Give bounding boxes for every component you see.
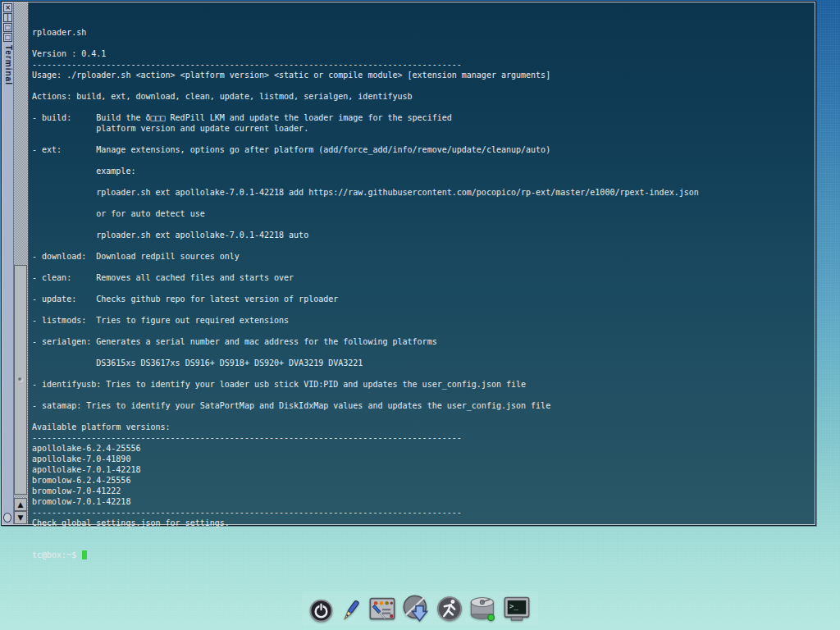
terminal-line xyxy=(32,262,699,272)
terminal-line: rploader.sh ext apollolake-7.0.1-42218 a… xyxy=(32,230,699,240)
terminal-line: - listmods: Tries to figure out required… xyxy=(32,315,699,326)
terminal-line: - ext: Manage extensions, options go aft… xyxy=(32,144,699,155)
terminal-line: Version : 0.4.1 xyxy=(32,48,699,59)
terminal-line xyxy=(32,176,699,187)
terminal-line: bromolow-7.0-41222 xyxy=(32,486,699,496)
scrollbar-thumb-dimple xyxy=(18,377,23,382)
terminal-line xyxy=(32,390,699,400)
app-browser-icon[interactable] xyxy=(401,594,431,623)
terminal-window: × | □ □ Terminal ▲ ▼ rploader xyxy=(1,1,816,526)
terminal-line xyxy=(32,347,699,358)
terminal-line xyxy=(32,102,699,112)
window-titlebar[interactable]: × | □ □ Terminal xyxy=(2,2,14,524)
close-button[interactable]: × xyxy=(3,3,12,12)
terminal-line: apollolake-7.0.1-42218 xyxy=(32,464,699,475)
terminal-line xyxy=(32,326,699,336)
maximize-button[interactable]: □ xyxy=(3,23,12,32)
terminal-line xyxy=(32,240,699,251)
terminal-output: rploader.sh Version : 0.4.1-------------… xyxy=(32,27,699,528)
terminal-line xyxy=(32,155,699,166)
terminal-line: rploader.sh ext apollolake-7.0.1-42218 a… xyxy=(32,187,699,198)
terminal-line: - identifyusb: Tries to identify your lo… xyxy=(32,379,699,390)
scroll-up-button[interactable]: ▲ xyxy=(14,498,27,511)
mount-tool-icon[interactable] xyxy=(468,594,498,623)
titlebar-oval-button[interactable] xyxy=(3,513,11,523)
terminal-line: - build: Build the ð□□□ RedPill LKM and … xyxy=(32,112,699,123)
terminal-line: Actions: build, ext, download, clean, up… xyxy=(32,91,699,102)
terminal-line xyxy=(32,283,699,294)
terminal-line: ----------------------------------------… xyxy=(32,59,699,70)
terminal-line xyxy=(32,134,699,144)
shell-prompt-row: tc@box:~$ xyxy=(32,550,699,560)
terminal-line: bromolow-6.2.4-25556 xyxy=(32,475,699,486)
terminal-screen[interactable]: rploader.sh Version : 0.4.1-------------… xyxy=(29,2,815,524)
terminal-line xyxy=(32,38,699,48)
terminal-line: rploader.sh xyxy=(32,27,699,38)
control-panel-icon[interactable] xyxy=(368,594,397,623)
window-frame: × | □ □ Terminal ▲ ▼ rploader xyxy=(2,2,815,524)
terminal-line: ----------------------------------------… xyxy=(32,507,699,518)
terminal-line: apollolake-6.2.4-25556 xyxy=(32,443,699,454)
power-icon[interactable] xyxy=(308,598,334,623)
shell-prompt: tc@box:~$ xyxy=(32,550,81,559)
minimize-button[interactable]: | xyxy=(3,13,12,22)
terminal-line xyxy=(32,80,699,91)
terminal-line: apollolake-7.0-41890 xyxy=(32,454,699,464)
terminal-line: - download: Download redpill sources onl… xyxy=(32,251,699,262)
terminal-emulator-icon[interactable]: >_ xyxy=(502,594,532,623)
terminal-line: - satamap: Tries to identify your SataPo… xyxy=(32,400,699,411)
terminal-line: Check global_settings.json for settings. xyxy=(32,518,699,528)
terminal-line: bromolow-7.0.1-42218 xyxy=(32,496,699,507)
terminal-line: platform version and update current load… xyxy=(32,123,699,134)
run-command-icon[interactable] xyxy=(435,594,464,623)
terminal-line xyxy=(32,304,699,315)
terminal-line xyxy=(32,411,699,422)
terminal-line: DS3615xs DS3617xs DS916+ DS918+ DS920+ D… xyxy=(32,358,699,368)
scroll-down-button[interactable]: ▼ xyxy=(14,511,27,524)
restore-button[interactable]: □ xyxy=(3,33,12,42)
terminal-line: - update: Checks github repo for latest … xyxy=(32,294,699,304)
terminal-line: Usage: ./rploader.sh <action> <platform … xyxy=(32,70,699,80)
svg-text:>_: >_ xyxy=(509,602,518,610)
scrollbar-thumb[interactable] xyxy=(14,265,27,495)
wbar-dock: >_ xyxy=(302,591,538,626)
terminal-line xyxy=(32,368,699,379)
terminal-cursor xyxy=(82,550,87,559)
terminal-line xyxy=(32,219,699,230)
terminal-line: example: xyxy=(32,166,699,176)
pen-tool-icon[interactable] xyxy=(338,598,363,623)
window-title: Terminal xyxy=(2,45,13,85)
desktop: c tiny re × | □ □ Terminal xyxy=(0,0,840,630)
scrollbar-track[interactable]: ▲ ▼ xyxy=(14,2,29,524)
terminal-line: - serialgen: Generates a serial number a… xyxy=(32,336,699,347)
terminal-line xyxy=(32,198,699,208)
terminal-line: Available platform versions: xyxy=(32,422,699,432)
terminal-line: ----------------------------------------… xyxy=(32,432,699,443)
terminal-line: - clean: Removes all cached files and st… xyxy=(32,272,699,283)
terminal-line: or for auto detect use xyxy=(32,208,699,219)
